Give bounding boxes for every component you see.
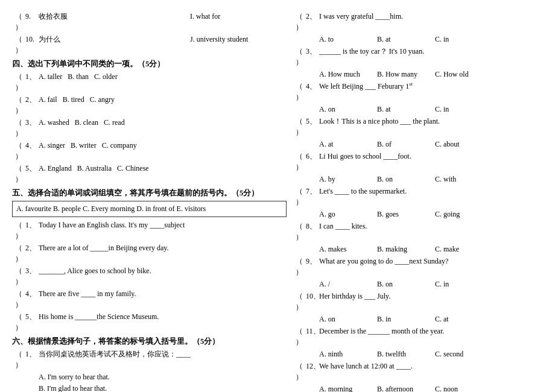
right-item-10、: （ ）10、Her birthday is ___ July. <box>293 291 555 312</box>
right-item-5、: （ ）5、Look！This is a nice photo ___ the p… <box>293 116 555 138</box>
right-item-7、: （ ）7、Let's ____ to the supermarket. <box>293 186 555 207</box>
right-item-8、: （ ）8、I can ____ kites. <box>293 221 555 242</box>
num-10: 10. <box>25 34 39 45</box>
s4-item-1: （ ） 1、 A. taller B. than C. older <box>12 71 287 93</box>
right-choices-3、: A. How muchB. How manyC. How old <box>319 69 555 80</box>
item-10-english: J. university student <box>190 34 287 45</box>
section5-title: 五、选择合适的单词或词组填空，将其序号填在题前的括号内。（5分） <box>12 188 287 198</box>
right-column: （ ）2、I was very grateful ____him.A. toB.… <box>293 10 555 392</box>
left-column: （ ） 9. 收拾衣服 I. what for （ ） 10. 为什么 J. u… <box>12 10 287 392</box>
s6-item-1: （ ） 1、 当你同桌说他英语考试不及格时，你应说：____ <box>12 349 287 370</box>
right-choices-6、: A. byB. onC. with <box>319 174 555 185</box>
right-choices-2、: A. toB. atC. in <box>319 34 555 45</box>
paren-10: （ ） <box>12 34 25 55</box>
right-choices-9、: A. /B. onC. in <box>319 279 555 289</box>
section5-box: A. favourite B. people C. Every morning … <box>12 201 287 217</box>
s4-item-4: （ ） 4、 A. singer B. writer C. company <box>12 140 287 162</box>
exam-page: （ ） 9. 收拾衣服 I. what for （ ） 10. 为什么 J. u… <box>0 0 555 392</box>
section6-title: 六、根据情景选择句子，将答案的标号填入括号里。（5分） <box>12 337 287 347</box>
section4-title: 四、选出下列单词中不同类的一项。（5分） <box>12 59 287 69</box>
s5-item-2: （ ） 2、 There are a lot of _____in Beijin… <box>12 242 287 264</box>
s5-item-1: （ ） 1、 Today I have an English class. It… <box>12 220 287 241</box>
s5-item-4: （ ） 4、 There are five ____ in my family. <box>12 288 287 310</box>
item-9-row: （ ） 9. 收拾衣服 I. what for <box>12 11 287 33</box>
right-choices-11、: A. ninthB. twelfthC. second <box>319 349 555 359</box>
s6-item-1-choices: A. I'm sorry to hear that. <box>12 371 287 382</box>
item-9-english: I. what for <box>190 11 287 22</box>
right-item-2、: （ ）2、I was very grateful ____him. <box>293 11 555 33</box>
right-item-9、: （ ）9、What are you going to do ____next S… <box>293 256 555 277</box>
item-10-chinese: 为什么 <box>39 34 190 45</box>
s5-item-5: （ ） 5、 His home is ______the Science Mus… <box>12 311 287 333</box>
s4-item-3: （ ） 3、 A. washed B. clean C. read <box>12 117 287 139</box>
right-choices-5、: A. atB. ofC. about <box>319 139 555 150</box>
right-item-12、: （ ）12、We have lunch at 12:00 at ____. <box>293 361 555 382</box>
right-choices-10、: A. onB. inC. at <box>319 314 555 324</box>
item-10-row: （ ） 10. 为什么 J. university student <box>12 34 287 55</box>
s5-item-3: （ ） 3、 _______, Alice goes to school by … <box>12 265 287 287</box>
item-9-chinese: 收拾衣服 <box>39 11 190 22</box>
right-choices-8、: A. makesB. makingC. make <box>319 244 555 254</box>
paren-9: （ ） <box>12 11 25 33</box>
right-item-3、: （ ）3、______ is the toy car？ It's 10 yuan… <box>293 46 555 68</box>
right-item-6、: （ ）6、Li Hui goes to school ____foot. <box>293 151 555 172</box>
right-item-11、: （ ）11、December is the ______ month of th… <box>293 326 555 347</box>
s4-item-2: （ ） 2、 A. fail B. tired C. angry <box>12 94 287 116</box>
right-item-4、: （ ）4、We left Beijing ___ Feburary 1st <box>293 81 555 103</box>
right-choices-12、: A. morningB. afternoonC. noon <box>319 384 555 392</box>
num-9: 9. <box>25 11 39 22</box>
right-choices-4、: A. onB. atC. in <box>319 104 555 115</box>
right-choices-7、: A. goB. goesC. going <box>319 209 555 220</box>
right-items: （ ）2、I was very grateful ____him.A. toB.… <box>293 11 555 392</box>
s4-item-5: （ ） 5、 A. England B. Australia C. Chines… <box>12 163 287 185</box>
